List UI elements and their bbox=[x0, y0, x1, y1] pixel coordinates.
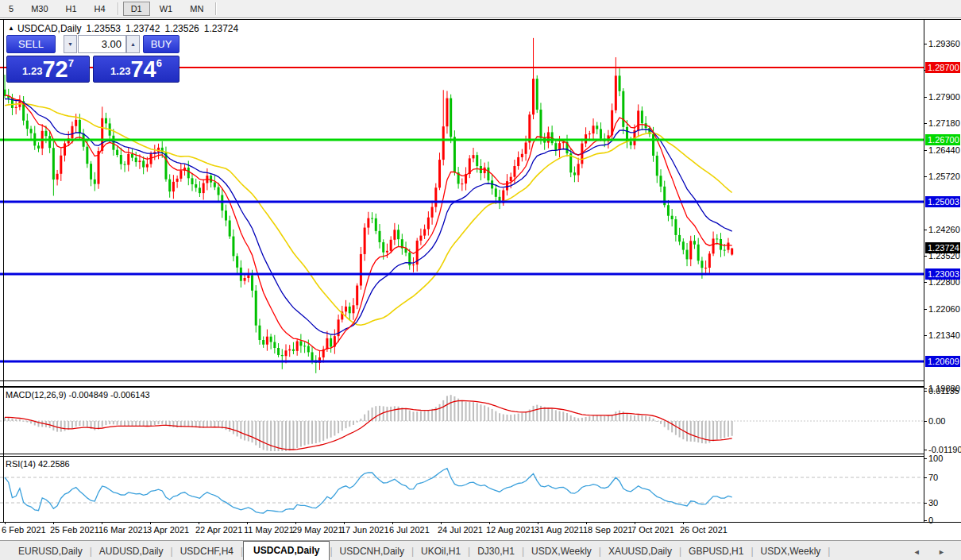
date-label: 22 Apr 2021 bbox=[195, 525, 242, 535]
candle-down bbox=[619, 75, 621, 91]
macd-histogram-bar bbox=[608, 416, 609, 421]
macd-pane-splitter[interactable] bbox=[0, 386, 924, 388]
candle-down bbox=[641, 110, 643, 123]
candle-down bbox=[652, 134, 654, 156]
candle-down bbox=[255, 291, 257, 326]
macd-histogram-bar bbox=[675, 421, 677, 435]
collapse-triangle-icon[interactable]: ▲ bbox=[8, 25, 14, 32]
date-tick-mark bbox=[53, 522, 54, 524]
candle-down bbox=[630, 141, 632, 145]
candle-up bbox=[510, 177, 512, 181]
timeframe-button-h4[interactable]: H4 bbox=[87, 2, 114, 16]
macd-histogram-bar bbox=[506, 415, 508, 421]
rsi-pane-splitter-a[interactable] bbox=[0, 454, 924, 454]
timeframe-button-d1[interactable]: D1 bbox=[123, 2, 150, 16]
candle-down bbox=[667, 205, 670, 215]
buy-price-display[interactable]: 1.23746 bbox=[93, 56, 179, 83]
candle-up bbox=[179, 171, 182, 179]
candle-up bbox=[704, 268, 707, 268]
macd-histogram-bar bbox=[697, 421, 699, 442]
volume-input[interactable] bbox=[78, 35, 126, 53]
buy-button[interactable]: BUY bbox=[143, 35, 179, 53]
macd-histogram-bar bbox=[701, 421, 703, 443]
chart-tab-xauusd-daily[interactable]: XAUUSD,Daily bbox=[601, 543, 679, 560]
volume-decrease-button[interactable]: ▼ bbox=[64, 35, 77, 53]
candle-down bbox=[307, 346, 310, 353]
macd-histogram-bar bbox=[547, 407, 549, 421]
date-label: 26 Oct 2021 bbox=[680, 525, 728, 535]
candle-down bbox=[600, 129, 602, 138]
candle-up bbox=[296, 342, 299, 351]
macd-histogram-bar bbox=[270, 421, 272, 451]
macd-histogram-bar bbox=[353, 421, 354, 425]
rsi-indicator-chart[interactable] bbox=[0, 458, 924, 522]
macd-histogram-bar bbox=[259, 421, 261, 448]
macd-histogram-bar bbox=[240, 421, 241, 439]
macd-histogram-bar bbox=[187, 421, 189, 427]
timeframe-button-5[interactable]: 5 bbox=[1, 2, 21, 16]
timeframe-button-m30[interactable]: M30 bbox=[23, 2, 56, 16]
price-axis[interactable]: 1.293601.286401.279001.271801.264401.257… bbox=[924, 20, 961, 522]
macd-histogram-bar bbox=[641, 415, 643, 421]
macd-histogram-bar bbox=[139, 421, 141, 426]
rsi-tick: 70 bbox=[928, 473, 938, 482]
macd-histogram-bar bbox=[573, 417, 575, 421]
macd-histogram-bar bbox=[117, 421, 118, 425]
sell-price-display[interactable]: 1.23727 bbox=[6, 56, 90, 83]
chart-tab-usdx-weekly[interactable]: USDX,Weekly bbox=[524, 543, 599, 560]
macd-histogram-bar bbox=[401, 407, 403, 421]
tab-scroll-arrows[interactable]: ◄ ► bbox=[913, 548, 953, 556]
timeframe-button-mn[interactable]: MN bbox=[182, 2, 211, 16]
macd-histogram-bar bbox=[248, 421, 249, 442]
candle-up bbox=[592, 126, 595, 133]
macd-histogram-bar bbox=[94, 421, 95, 431]
macd-histogram-bar bbox=[71, 421, 73, 428]
macd-histogram-bar bbox=[8, 418, 10, 421]
chart-tab-dj30-h1[interactable]: DJ30,H1 bbox=[470, 543, 522, 560]
macd-histogram-bar bbox=[214, 421, 215, 427]
macd-histogram-bar bbox=[368, 411, 369, 421]
sell-button[interactable]: SELL bbox=[6, 35, 56, 53]
candle-up bbox=[75, 120, 77, 126]
chart-tab-ukoil-h1[interactable]: UKOil,H1 bbox=[414, 543, 468, 560]
macd-histogram-bar bbox=[615, 411, 616, 421]
chart-tab-usdx-weekly[interactable]: USDX,Weekly bbox=[754, 543, 828, 560]
candle-down bbox=[724, 250, 726, 251]
candle-up bbox=[577, 164, 580, 175]
candle-down bbox=[120, 155, 122, 164]
candle-down bbox=[671, 216, 673, 219]
chart-tab-audusd-daily[interactable]: AUDUSD,Daily bbox=[92, 543, 171, 560]
macd-histogram-bar bbox=[109, 421, 110, 424]
chart-tab-gbpusd-h1[interactable]: GBPUSD,H1 bbox=[681, 543, 751, 560]
macd-histogram-bar bbox=[165, 421, 167, 425]
macd-histogram-bar bbox=[600, 415, 601, 421]
candle-up bbox=[442, 126, 445, 160]
macd-histogram-bar bbox=[465, 402, 467, 421]
candle-down bbox=[281, 355, 284, 356]
candle-up bbox=[64, 143, 66, 155]
candle-up bbox=[266, 337, 268, 345]
chart-tab-eurusd-daily[interactable]: EURUSD,Daily bbox=[11, 543, 90, 560]
macd-histogram-bar bbox=[514, 415, 515, 421]
candle-up bbox=[386, 251, 388, 253]
candle-down bbox=[52, 148, 55, 180]
chart-tab-usdchf-h4[interactable]: USDCHF,H4 bbox=[173, 543, 241, 560]
macd-histogram-bar bbox=[158, 421, 160, 424]
candle-down bbox=[195, 184, 197, 187]
macd-signal-line bbox=[5, 401, 732, 450]
timeframe-button-h1[interactable]: H1 bbox=[58, 2, 85, 16]
candle-down bbox=[349, 307, 351, 313]
chart-tab-usdcad-daily[interactable]: USDCAD,Daily bbox=[243, 541, 330, 560]
timeframe-button-w1[interactable]: W1 bbox=[152, 2, 181, 16]
macd-histogram-bar bbox=[113, 421, 114, 424]
date-axis[interactable]: 6 Feb 202125 Feb 202116 Mar 20213 Apr 20… bbox=[0, 523, 924, 539]
hline-price-badge: 1.28700 bbox=[925, 62, 960, 73]
macd-histogram-bar bbox=[653, 419, 654, 421]
chart-tab-usdcnh-daily[interactable]: USDCNH,Daily bbox=[333, 543, 411, 560]
candle-up bbox=[427, 218, 430, 230]
candle-down bbox=[214, 183, 216, 187]
volume-increase-button[interactable]: ▲ bbox=[126, 35, 140, 53]
price-tick: 1.27900 bbox=[928, 92, 960, 102]
current-price-badge: 1.23724 bbox=[925, 242, 960, 253]
macd-histogram-bar bbox=[499, 413, 500, 421]
